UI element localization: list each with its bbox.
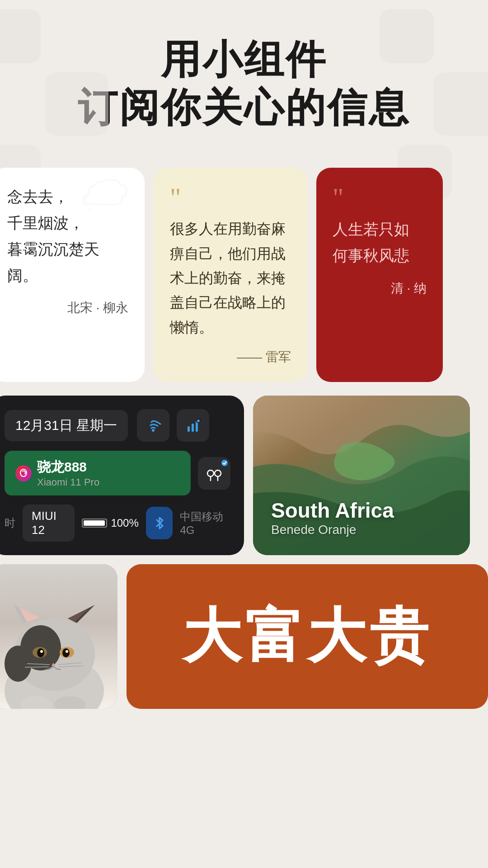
battery-info: 100% xyxy=(82,517,138,529)
chip-model: Xiaomi 11 Pro xyxy=(37,476,99,488)
svg-point-0 xyxy=(152,429,155,432)
svg-point-21 xyxy=(62,648,70,657)
quote-cream-text: 很多人在用勤奋麻痹自己，他们用战术上的勤奋，来掩盖自己在战略上的懒惰。 xyxy=(170,217,291,340)
map-widget: South Africa Benede Oranje xyxy=(253,396,470,555)
bluetooth-icon-btn[interactable] xyxy=(146,507,173,539)
airpods-icon-btn[interactable] xyxy=(198,457,230,490)
widgets-container: 念去去， 千里烟波， 暮霭沉沉楚天阔。 北宋 · 柳永 " 很多人在用勤奋麻痹自… xyxy=(0,159,488,709)
svg-rect-1 xyxy=(188,426,190,432)
poem-widgets-row: 念去去， 千里烟波， 暮霭沉沉楚天阔。 北宋 · 柳永 " 很多人在用勤奋麻痹自… xyxy=(0,159,488,396)
poem-red-text: 人生若只如 何事秋风悲 xyxy=(333,217,427,269)
snapdragon-icon xyxy=(18,468,29,479)
info-date-row: 12月31日 星期一 xyxy=(5,409,230,442)
map-country: South Africa xyxy=(271,498,394,523)
miui-label: MIUI 12 xyxy=(23,505,75,542)
time-ago: 时 xyxy=(5,516,15,530)
battery-bar xyxy=(82,519,107,528)
map-region: Benede Oranje xyxy=(271,523,394,537)
info-widget-dark: 12月31日 星期一 xyxy=(0,396,244,555)
cloud-decoration xyxy=(80,177,134,213)
quote-mark-red: " xyxy=(333,184,427,211)
cat-svg xyxy=(0,564,117,709)
svg-rect-2 xyxy=(192,424,194,432)
signal-icon xyxy=(185,417,201,434)
cat-photo xyxy=(0,564,117,709)
bluetooth-icon xyxy=(153,516,166,530)
svg-line-26 xyxy=(25,667,49,667)
info-date: 12月31日 星期一 xyxy=(5,410,128,441)
info-icon-group xyxy=(137,409,209,442)
battery-percent: 100% xyxy=(111,517,138,529)
chip-text-group: 骁龙888 Xiaomi 11 Pro xyxy=(37,458,99,488)
info-map-row: 12月31日 星期一 xyxy=(0,396,488,564)
info-bottom-row: 时 MIUI 12 100% 中国移动 4G xyxy=(5,505,230,542)
bottom-row: 大富大贵 xyxy=(0,564,488,709)
chip-row: 骁龙888 Xiaomi 11 Pro xyxy=(5,451,230,495)
svg-point-22 xyxy=(40,650,43,653)
svg-point-23 xyxy=(66,650,68,653)
svg-point-4 xyxy=(197,419,200,423)
svg-point-20 xyxy=(37,648,44,657)
quote-mark-cream: " xyxy=(170,184,291,211)
battery-fill xyxy=(84,520,105,526)
network-info: 中国移动 4G xyxy=(180,509,230,537)
hero-section: 用小组件 订阅你关心的信息 xyxy=(0,0,488,159)
wifi-icon-btn[interactable] xyxy=(137,409,169,442)
poem-widget-red: " 人生若只如 何事秋风悲 清 · 纳 xyxy=(316,168,443,382)
poem-white-author: 北宋 · 柳永 xyxy=(7,299,128,316)
cat-widget xyxy=(0,564,117,709)
map-label: South Africa Benede Oranje xyxy=(271,498,394,537)
poem-widget-cream: " 很多人在用勤奋麻痹自己，他们用战术上的勤奋，来掩盖自己在战略上的懒惰。 ——… xyxy=(154,168,307,382)
snapdragon-logo xyxy=(15,465,32,481)
wifi-icon xyxy=(145,419,161,432)
fortune-text: 大富大贵 xyxy=(183,597,432,676)
fortune-widget: 大富大贵 xyxy=(127,564,488,709)
signal-icon-btn[interactable] xyxy=(177,409,209,442)
quote-cream-author: —— 雷军 xyxy=(170,349,291,366)
poem-red-author: 清 · 纳 xyxy=(333,280,427,297)
check-icon xyxy=(222,461,227,465)
svg-point-7 xyxy=(215,470,221,476)
poem-widget-white: 念去去， 千里烟波， 暮霭沉沉楚天阔。 北宋 · 柳永 xyxy=(0,168,145,382)
airpods-icon xyxy=(205,465,223,481)
hero-title: 用小组件 订阅你关心的信息 xyxy=(27,36,461,132)
svg-point-5 xyxy=(207,470,214,476)
chip-info: 骁龙888 Xiaomi 11 Pro xyxy=(5,451,191,495)
connected-badge xyxy=(221,460,228,466)
chip-name: 骁龙888 xyxy=(37,458,99,476)
